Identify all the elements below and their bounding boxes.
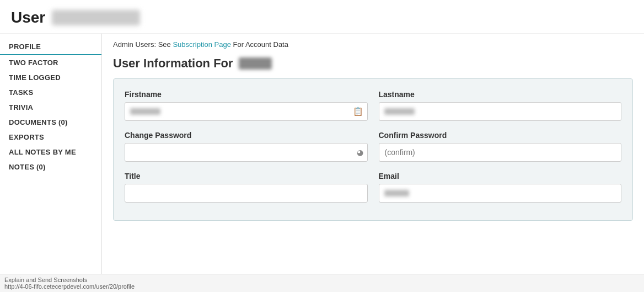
sidebar: PROFILE TWO FACTOR TIME LOGGED TASKS TRI…	[0, 34, 102, 287]
section-title: User Information For	[113, 56, 633, 71]
form-row-title-email: Title Email	[125, 172, 621, 203]
title-input-wrapper	[125, 184, 368, 203]
section-title-username-blurred	[239, 57, 272, 70]
admin-notice-prefix: Admin Users: See	[113, 40, 173, 49]
firstname-group: Firstname 📋	[125, 90, 368, 121]
status-line1: Explain and Send Screenshots	[4, 277, 640, 283]
sidebar-item-exports[interactable]: EXPORTS	[0, 130, 101, 145]
sidebar-item-two-factor[interactable]: TWO FACTOR	[0, 55, 101, 70]
confirm-password-input[interactable]	[379, 143, 622, 162]
confirm-password-input-wrapper	[379, 143, 622, 162]
title-label: Title	[125, 172, 368, 180]
lastname-label: Lastname	[379, 90, 622, 99]
lastname-value-blurred	[384, 108, 415, 115]
confirm-password-label: Confirm Password	[379, 131, 622, 140]
subscription-page-link[interactable]: Subscription Page	[173, 40, 231, 49]
change-password-input[interactable]	[125, 143, 368, 162]
lastname-input[interactable]	[379, 102, 622, 121]
lastname-group: Lastname	[379, 90, 622, 121]
sidebar-item-profile[interactable]: PROFILE	[0, 39, 101, 55]
email-value-blurred	[384, 190, 409, 197]
sidebar-item-time-logged[interactable]: TIME LOGGED	[0, 70, 101, 85]
title-group: Title	[125, 172, 368, 203]
change-password-label: Change Password	[125, 131, 368, 140]
firstname-label: Firstname	[125, 90, 368, 99]
firstname-input-wrapper: 📋	[125, 102, 368, 121]
email-label: Email	[379, 172, 622, 180]
page-title-text: User	[11, 9, 45, 26]
form-row-name: Firstname 📋 Lastname	[125, 90, 621, 121]
section-title-text: User Information For	[113, 56, 233, 71]
status-bar: Explain and Send Screenshots http://4-06…	[0, 274, 644, 287]
status-line2: http://4-06-fifo.cetecerpdevel.com/user/…	[4, 283, 640, 287]
id-card-icon: 📋	[353, 107, 363, 116]
change-password-input-wrapper: ◕	[125, 143, 368, 162]
sidebar-item-trivia[interactable]: TRIVIA	[0, 100, 101, 115]
firstname-value-blurred	[130, 108, 160, 115]
page-title: User	[11, 9, 633, 26]
sidebar-item-tasks[interactable]: TASKS	[0, 85, 101, 100]
title-input[interactable]	[125, 184, 368, 203]
admin-notice: Admin Users: See Subscription Page For A…	[113, 40, 633, 49]
page-header: User	[0, 0, 644, 34]
user-info-form: Firstname 📋 Lastname	[113, 78, 633, 221]
lastname-input-wrapper	[379, 102, 622, 121]
password-toggle-icon[interactable]: ◕	[357, 148, 363, 157]
sidebar-item-documents[interactable]: DOCUMENTS (0)	[0, 115, 101, 130]
email-input[interactable]	[379, 184, 622, 203]
confirm-password-group: Confirm Password	[379, 131, 622, 162]
sidebar-item-all-notes[interactable]: ALL NOTES BY ME	[0, 145, 101, 160]
email-input-wrapper	[379, 184, 622, 203]
main-layout: PROFILE TWO FACTOR TIME LOGGED TASKS TRI…	[0, 34, 644, 287]
change-password-group: Change Password ◕	[125, 131, 368, 162]
email-group: Email	[379, 172, 622, 203]
form-row-password: Change Password ◕ Confirm Password	[125, 131, 621, 162]
firstname-input[interactable]	[125, 102, 368, 121]
content-area: Admin Users: See Subscription Page For A…	[102, 34, 644, 287]
admin-notice-suffix: For Account Data	[233, 40, 288, 49]
page-title-blurred	[52, 10, 140, 25]
sidebar-item-notes[interactable]: NOTES (0)	[0, 160, 101, 174]
